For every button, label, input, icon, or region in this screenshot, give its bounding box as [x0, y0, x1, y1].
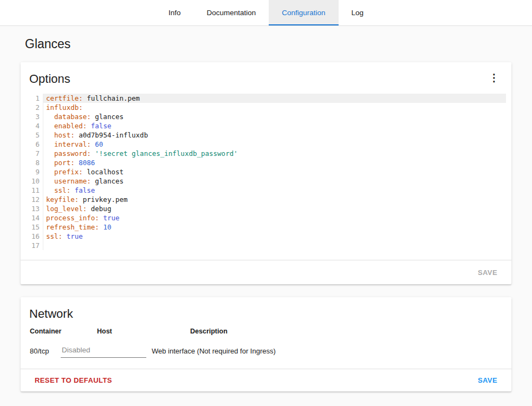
- code-content: [43, 241, 506, 250]
- line-number: 5: [29, 130, 43, 140]
- line-number: 8: [29, 158, 43, 167]
- code-content: influxdb:: [43, 103, 506, 112]
- options-card-actions: SAVE: [21, 260, 511, 284]
- kebab-menu-icon[interactable]: ⋮: [488, 72, 501, 84]
- tabs-container: Info Documentation Configuration Log: [155, 0, 377, 25]
- options-card: Options ⋮ 1certfile: fullchain.pem2influ…: [21, 62, 511, 284]
- line-number: 9: [29, 167, 43, 176]
- line-number: 16: [29, 232, 43, 241]
- column-header-host: Host: [97, 328, 190, 335]
- code-content: password: '!secret glances_influxdb_pass…: [43, 149, 506, 158]
- code-content: log_level: debug: [43, 204, 506, 213]
- code-content: certfile: fullchain.pem: [43, 94, 506, 103]
- network-card-actions: RESET TO DEFAULTS SAVE: [21, 369, 511, 391]
- code-line[interactable]: 2influxdb:: [29, 103, 506, 112]
- code-content: database: glances: [43, 112, 506, 121]
- code-line[interactable]: 3 database: glances: [29, 112, 506, 121]
- code-content: port: 8086: [43, 158, 506, 167]
- code-line[interactable]: 9 prefix: localhost: [29, 167, 506, 176]
- code-content: enabled: false: [43, 121, 506, 130]
- code-line[interactable]: 1certfile: fullchain.pem: [29, 94, 506, 103]
- code-content: process_info: true: [43, 213, 506, 222]
- network-card-title: Network: [29, 307, 73, 321]
- network-table-header: Container Host Description: [21, 328, 511, 335]
- container-port-cell: 80/tcp: [30, 347, 61, 355]
- tab-info[interactable]: Info: [155, 0, 194, 25]
- line-number: 11: [29, 186, 43, 195]
- code-content: interval: 60: [43, 140, 506, 149]
- tab-configuration[interactable]: Configuration: [269, 0, 338, 25]
- code-line[interactable]: 16ssl: true: [29, 232, 506, 241]
- code-line[interactable]: 14process_info: true: [29, 213, 506, 222]
- line-number: 2: [29, 103, 43, 112]
- host-port-input[interactable]: [61, 344, 146, 358]
- options-card-title: Options: [29, 72, 70, 86]
- code-line[interactable]: 5 host: a0d7b954-influxdb: [29, 130, 506, 140]
- column-header-description: Description: [190, 328, 511, 335]
- tab-log[interactable]: Log: [339, 0, 377, 25]
- code-content: ssl: true: [43, 232, 506, 241]
- tab-bar: Info Documentation Configuration Log: [0, 0, 532, 26]
- page-title: Glances: [25, 37, 507, 51]
- code-line[interactable]: 17: [29, 241, 506, 250]
- network-card: Network Container Host Description 80/tc…: [21, 297, 511, 391]
- code-content: prefix: localhost: [43, 167, 506, 176]
- code-content: username: glances: [43, 176, 506, 186]
- line-number: 7: [29, 149, 43, 158]
- code-content: keyfile: privkey.pem: [43, 195, 506, 204]
- code-line[interactable]: 4 enabled: false: [29, 121, 506, 130]
- line-number: 15: [29, 222, 43, 232]
- line-number: 13: [29, 204, 43, 213]
- network-card-header: Network: [21, 297, 511, 326]
- line-number: 17: [29, 241, 43, 250]
- column-header-container: Container: [30, 328, 97, 335]
- code-content: refresh_time: 10: [43, 222, 506, 232]
- table-row: 80/tcp Web interface (Not required for I…: [21, 344, 511, 358]
- network-save-button[interactable]: SAVE: [478, 376, 497, 384]
- code-content: ssl: false: [43, 186, 506, 195]
- line-number: 1: [29, 94, 43, 103]
- code-line[interactable]: 6 interval: 60: [29, 140, 506, 149]
- line-number: 12: [29, 195, 43, 204]
- line-number: 10: [29, 176, 43, 186]
- code-content: host: a0d7b954-influxdb: [43, 130, 506, 140]
- code-line[interactable]: 7 password: '!secret glances_influxdb_pa…: [29, 149, 506, 158]
- line-number: 3: [29, 112, 43, 121]
- tab-documentation[interactable]: Documentation: [193, 0, 269, 25]
- yaml-editor[interactable]: 1certfile: fullchain.pem2influxdb:3 data…: [29, 94, 506, 250]
- line-number: 14: [29, 213, 43, 222]
- options-card-header: Options ⋮: [21, 62, 511, 91]
- page-content: Glances Options ⋮ 1certfile: fullchain.p…: [0, 37, 532, 391]
- network-table: Container Host Description 80/tcp Web in…: [21, 326, 511, 369]
- line-number: 6: [29, 140, 43, 149]
- reset-to-defaults-button[interactable]: RESET TO DEFAULTS: [35, 376, 112, 384]
- port-description-cell: Web interface (Not required for Ingress): [152, 347, 511, 355]
- code-line[interactable]: 13log_level: debug: [29, 204, 506, 213]
- code-line[interactable]: 12keyfile: privkey.pem: [29, 195, 506, 204]
- options-save-button[interactable]: SAVE: [478, 269, 497, 277]
- code-line[interactable]: 11 ssl: false: [29, 186, 506, 195]
- line-number: 4: [29, 121, 43, 130]
- code-line[interactable]: 10 username: glances: [29, 176, 506, 186]
- code-line[interactable]: 15refresh_time: 10: [29, 222, 506, 232]
- code-line[interactable]: 8 port: 8086: [29, 158, 506, 167]
